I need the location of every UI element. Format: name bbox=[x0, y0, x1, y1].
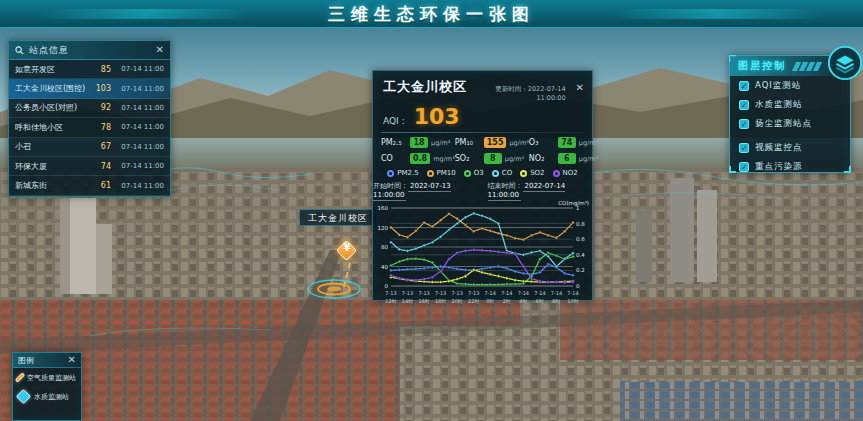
series-label: O3 bbox=[474, 169, 484, 177]
layer-item[interactable]: ✓重点污染源 bbox=[730, 157, 850, 176]
pollutant-unit: μg/m³ bbox=[579, 139, 598, 147]
svg-text:14时: 14时 bbox=[402, 298, 413, 304]
chart-legend-item[interactable]: NO2 bbox=[553, 169, 578, 177]
svg-text:0时: 0时 bbox=[486, 298, 494, 304]
legend-marker-icon bbox=[16, 389, 32, 405]
station-panel-title: 站点信息 bbox=[29, 44, 151, 57]
station-row[interactable]: 工大金川校区(国控)10307-14 11:00 bbox=[9, 79, 170, 98]
chart-legend-item[interactable]: CO bbox=[492, 169, 512, 177]
pollutant-grid: PM₂.₅18μg/m³PM₁₀155μg/m³O₃74μg/m³CO0.8mg… bbox=[373, 137, 592, 164]
chart-legend-item[interactable]: O3 bbox=[464, 169, 484, 177]
pollutant-value-badge: 155 bbox=[484, 137, 507, 148]
station-name: 新城东街 bbox=[15, 180, 89, 191]
svg-text:18时: 18时 bbox=[435, 298, 446, 304]
layer-item[interactable]: ✓视频监控点 bbox=[730, 138, 850, 157]
legend-label: 水质监测站 bbox=[34, 392, 69, 402]
legend-list: 空气质量监测站水质监测站 bbox=[13, 368, 81, 406]
app-stage: 三维生态环保一张图 站点信息 ✕ 如意开发区8507-14 11:00工大金川校… bbox=[0, 0, 863, 421]
pollutant-unit: μg/m³ bbox=[505, 155, 524, 163]
pollutant-value-badge: 8 bbox=[484, 153, 502, 164]
chart-legend-item[interactable]: PM2.5 bbox=[387, 169, 418, 177]
legend-panel: 图例 ✕ 空气质量监测站水质监测站 bbox=[12, 352, 82, 421]
station-name: 如意开发区 bbox=[15, 64, 89, 75]
svg-text:2时: 2时 bbox=[503, 298, 511, 304]
svg-text:0: 0 bbox=[576, 283, 580, 289]
svg-text:120: 120 bbox=[378, 225, 389, 231]
layer-item[interactable]: ✓扬尘监测站点 bbox=[730, 114, 850, 133]
chart-legend-item[interactable]: PM10 bbox=[427, 169, 456, 177]
series-label: PM10 bbox=[437, 169, 456, 177]
station-time: 07-14 11:00 bbox=[116, 162, 164, 170]
aqi-row: AQI： 103 bbox=[373, 104, 592, 129]
pollutant-name: CO bbox=[381, 154, 407, 163]
pollutant-unit: mg/m³ bbox=[433, 155, 455, 163]
series-dot-icon bbox=[553, 170, 560, 177]
station-aqi: 103 bbox=[89, 84, 111, 93]
pollutant-cell: PM₁₀155μg/m³ bbox=[455, 137, 529, 148]
station-row[interactable]: 如意开发区8507-14 11:00 bbox=[9, 60, 170, 79]
station-time: 07-14 11:00 bbox=[116, 123, 164, 131]
series-label: PM2.5 bbox=[397, 169, 418, 177]
pollutant-value-badge: 18 bbox=[410, 137, 428, 148]
svg-text:7-13: 7-13 bbox=[468, 290, 479, 296]
pollutant-value-badge: 74 bbox=[558, 137, 576, 148]
close-icon[interactable]: ✕ bbox=[576, 83, 584, 93]
checkbox-icon[interactable]: ✓ bbox=[739, 119, 749, 129]
layers-icon[interactable] bbox=[826, 44, 863, 82]
svg-text:40: 40 bbox=[381, 264, 388, 270]
pollutant-cell: O₃74μg/m³ bbox=[529, 137, 598, 148]
marker-ground-rings bbox=[306, 278, 362, 300]
checkbox-icon[interactable]: ✓ bbox=[739, 162, 749, 172]
pollutant-trend-chart: 0408012016000.20.40.60.81CO(mg/m³)7-1312… bbox=[373, 200, 592, 317]
pollutant-cell: PM₂.₅18μg/m³ bbox=[381, 137, 455, 148]
station-aqi: 61 bbox=[89, 181, 111, 190]
svg-text:0.2: 0.2 bbox=[576, 267, 585, 273]
station-panel-header: 站点信息 ✕ bbox=[9, 41, 170, 60]
svg-text:7-13: 7-13 bbox=[452, 290, 463, 296]
close-icon[interactable]: ✕ bbox=[68, 355, 76, 365]
layer-panel-title: 图层控制 bbox=[738, 59, 786, 73]
series-label: CO bbox=[502, 169, 512, 177]
station-row[interactable]: 公务员小区(对照)9207-14 11:00 bbox=[9, 99, 170, 118]
popup-title: 工大金川校区 bbox=[383, 78, 467, 96]
pollutant-cell: CO0.8mg/m³ bbox=[381, 153, 455, 164]
station-row[interactable]: 小召6707-14 11:00 bbox=[9, 138, 170, 157]
checkbox-icon[interactable]: ✓ bbox=[739, 143, 749, 153]
legend-marker-icon bbox=[15, 372, 26, 383]
svg-text:0: 0 bbox=[385, 283, 389, 289]
station-time: 07-14 11:00 bbox=[116, 104, 164, 112]
station-name: 小召 bbox=[15, 141, 89, 152]
popup-header: 工大金川校区 更新时间：2022-07-14 11:00:00 ✕ bbox=[373, 71, 592, 104]
chart-legend: PM2.5PM10O3COSO2NO2 bbox=[373, 164, 592, 179]
checkbox-icon[interactable]: ✓ bbox=[739, 81, 749, 91]
map-marker-label[interactable]: 工大金川校区 bbox=[299, 209, 377, 226]
chart-legend-item[interactable]: SO2 bbox=[520, 169, 544, 177]
station-row[interactable]: 新城东街6107-14 11:00 bbox=[9, 176, 170, 195]
pollutant-cell: NO₂6μg/m³ bbox=[529, 153, 598, 164]
station-row[interactable]: 呼和佳地小区7807-14 11:00 bbox=[9, 118, 170, 137]
svg-text:10时: 10时 bbox=[567, 298, 578, 304]
pollutant-unit: μg/m³ bbox=[509, 139, 528, 147]
layer-label: 水质监测站 bbox=[755, 99, 803, 111]
series-dot-icon bbox=[387, 170, 394, 177]
station-row[interactable]: 环保大厦7407-14 11:00 bbox=[9, 157, 170, 176]
series-dot-icon bbox=[427, 170, 434, 177]
layer-label: 重点污染源 bbox=[755, 161, 803, 173]
pollutant-unit: μg/m³ bbox=[579, 155, 598, 163]
pollutant-value-badge: 0.8 bbox=[410, 153, 430, 164]
layer-control-panel: 图层控制 ✓AQI监测站✓水质监测站✓扬尘监测站点✓视频监控点✓重点污染源 bbox=[729, 55, 851, 173]
checkbox-icon[interactable]: ✓ bbox=[739, 100, 749, 110]
svg-text:0.8: 0.8 bbox=[576, 221, 585, 227]
page-title: 三维生态环保一张图 bbox=[0, 3, 863, 26]
svg-text:22时: 22时 bbox=[468, 298, 479, 304]
station-name: 工大金川校区(国控) bbox=[15, 83, 89, 94]
svg-text:7-14: 7-14 bbox=[567, 290, 578, 296]
close-icon[interactable]: ✕ bbox=[156, 45, 164, 55]
layer-label: 视频监控点 bbox=[755, 142, 803, 154]
station-list: 如意开发区8507-14 11:00工大金川校区(国控)10307-14 11:… bbox=[9, 60, 170, 196]
series-dot-icon bbox=[492, 170, 499, 177]
station-time: 07-14 11:00 bbox=[116, 85, 164, 93]
layer-item[interactable]: ✓水质监测站 bbox=[730, 95, 850, 114]
station-marker[interactable]: ¥ bbox=[336, 240, 358, 262]
pollutant-name: SO₂ bbox=[455, 154, 481, 163]
